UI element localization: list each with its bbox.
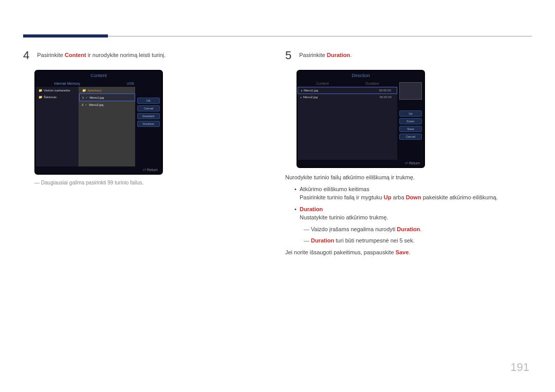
duration-button[interactable]: Duration <box>137 121 160 127</box>
left-column: 4 Pasirinkite Content ir nurodykite nori… <box>23 49 270 259</box>
cancel-button[interactable]: Cancel <box>399 134 422 140</box>
note-max-files: Daugiausiai galima pasirinkti 99 turinio… <box>34 180 270 185</box>
text: . <box>420 226 422 232</box>
step-text: Pasirinkite Content ir nurodykite norimą… <box>37 49 165 58</box>
text: ir nurodykite norimą leisti turinį. <box>86 52 166 58</box>
folder-icon <box>82 88 86 92</box>
highlight-down: Down <box>406 194 421 200</box>
right-column: 5 Pasirinkite Duration. Direction Conten… <box>285 49 532 259</box>
dot-icon <box>300 96 302 99</box>
folder-icon <box>39 95 42 99</box>
sub-note-min5: Duration turi būti netrumpesnė nei 5 sek… <box>304 236 532 245</box>
file-index: 1 <box>82 96 84 99</box>
text: . <box>409 249 410 255</box>
row-duration: 00:00:05 <box>379 89 394 92</box>
list-row-selected[interactable]: Menu1.jpg 00:00:05 <box>298 87 397 94</box>
text: Pasirinkite <box>37 52 65 58</box>
folder-item[interactable]: Šablonas <box>35 94 79 100</box>
step-number: 5 <box>285 49 291 62</box>
screen-body: Vietinis tvarkaraštis Šablonas Aplankas1… <box>35 87 162 166</box>
bullet-duration: Duration Nustatykite turinio atkūrimo tr… <box>294 205 532 222</box>
file-pane: Aplankas1 1Menu1.jpg 2Menu2.jpg <box>79 87 135 166</box>
screen-body: Content Duration Menu1.jpg 00:00:05 Menu… <box>298 80 424 160</box>
text: turi būti netrumpesnė nei 5 sek. <box>334 237 415 244</box>
sub-note-video: Vaizdo įrašams negalima nurodyti Duratio… <box>304 225 532 234</box>
list-pane: Content Duration Menu1.jpg 00:00:05 Menu… <box>298 80 397 160</box>
highlight-duration: Duration <box>300 206 323 212</box>
highlight-duration: Duration <box>327 52 350 58</box>
down-button[interactable]: Down <box>399 118 422 124</box>
text: pakeiskite atkūrimo eiliškumą. <box>421 194 498 200</box>
return-bar: ⏎ Return <box>35 166 162 174</box>
text: arba <box>392 194 406 200</box>
ok-button[interactable]: OK <box>137 98 160 104</box>
text: Pasirinkite turinio failą ir mygtuku <box>300 194 384 200</box>
tab-internal-memory[interactable]: Internal Memory <box>35 80 99 87</box>
up-button[interactable]: Up <box>399 110 422 117</box>
header-content: Content <box>298 80 347 87</box>
bullet-title: Atkūrimo eiliškumo keitimas <box>300 186 369 192</box>
button-pane: Up Down Save Cancel <box>397 80 424 160</box>
direction-screen: Direction Content Duration Menu1.jpg 00:… <box>297 70 425 168</box>
folder-icon <box>39 88 42 92</box>
return-label[interactable]: Return <box>409 161 420 165</box>
highlight-duration: Duration <box>397 226 420 232</box>
page-number: 191 <box>510 361 529 374</box>
folder-label: Vietinis tvarkaraštis <box>44 89 70 92</box>
list-header: Content Duration <box>298 80 397 87</box>
preview-box <box>399 82 422 100</box>
text: Jei norite išsaugoti pakeitimus, paspaus… <box>285 249 396 255</box>
folder-item[interactable]: Vietinis tvarkaraštis <box>35 87 79 94</box>
list-row[interactable]: Menu2.jpg 00:00:05 <box>298 94 397 100</box>
button-pane: OK Cancel Deselect Duration <box>135 87 162 166</box>
row-duration: 00:00:05 <box>380 96 395 99</box>
screen-title: Content <box>35 71 162 80</box>
text: Nustatykite turinio atkūrimo trukmę. <box>300 214 388 220</box>
step-5: 5 Pasirinkite Duration. <box>285 49 532 62</box>
row-name: Menu2.jpg <box>300 96 380 99</box>
step-text: Pasirinkite Duration. <box>299 49 351 58</box>
step-number: 4 <box>23 49 29 62</box>
highlight-content: Content <box>65 52 86 58</box>
header-accent <box>23 34 108 38</box>
folder-label: Šablonas <box>44 96 57 99</box>
file-name: Menu2.jpg <box>89 103 103 106</box>
file-index: 2 <box>82 103 83 106</box>
check-icon <box>85 96 88 99</box>
folder-label: Aplankas1 <box>87 89 102 92</box>
folder-pane: Vietinis tvarkaraštis Šablonas <box>35 87 79 166</box>
file-item-selected[interactable]: 1Menu1.jpg <box>79 94 135 101</box>
file-item[interactable]: 2Menu2.jpg <box>79 101 135 108</box>
file-name: Menu1.jpg <box>89 96 104 99</box>
dot-icon <box>301 89 302 92</box>
text: Pasirinkite <box>299 52 327 58</box>
highlight-duration: Duration <box>311 237 334 244</box>
return-bar: ⏎ Return <box>298 160 424 167</box>
check-icon <box>85 103 87 106</box>
return-label[interactable]: Return <box>147 168 158 172</box>
save-paragraph: Jei norite išsaugoti pakeitimus, paspaus… <box>285 248 532 257</box>
page-content: 4 Pasirinkite Content ir nurodykite nori… <box>23 49 532 259</box>
screen-title: Direction <box>298 71 424 80</box>
bullet-order: Atkūrimo eiliškumo keitimas Pasirinkite … <box>294 185 532 202</box>
text: Vaizdo įrašams negalima nurodyti <box>311 226 397 232</box>
folder-item[interactable]: Aplankas1 <box>79 87 135 94</box>
step-4: 4 Pasirinkite Content ir nurodykite nori… <box>23 49 270 62</box>
highlight-save: Save <box>396 249 409 255</box>
highlight-up: Up <box>384 194 392 200</box>
cancel-button[interactable]: Cancel <box>137 105 160 111</box>
row-name: Menu1.jpg <box>301 89 379 92</box>
header-duration: Duration <box>347 80 397 87</box>
tabs: Internal Memory USB <box>35 80 162 87</box>
paragraph: Nurodykite turinio failų atkūrimo eilišk… <box>285 173 532 182</box>
content-screen: Content Internal Memory USB Vietinis tva… <box>34 70 163 175</box>
tab-usb[interactable]: USB <box>99 80 162 87</box>
deselect-button[interactable]: Deselect <box>137 113 160 119</box>
save-button[interactable]: Save <box>399 126 422 132</box>
text: . <box>350 52 351 58</box>
